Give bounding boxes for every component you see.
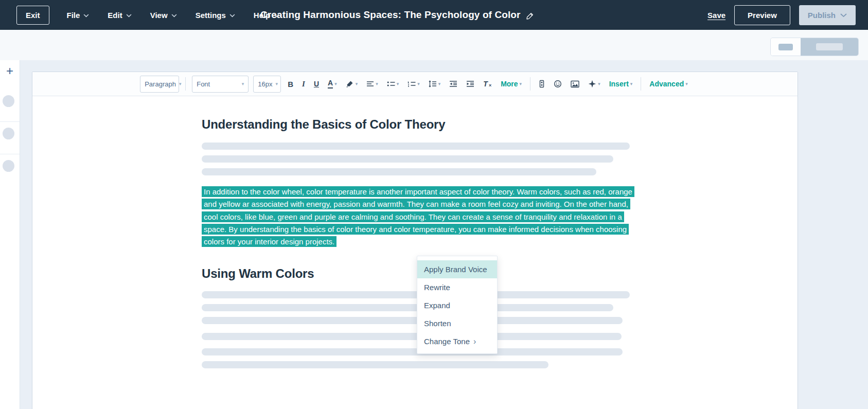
menu-item-expand[interactable]: Expand [417, 296, 497, 314]
navbar-actions: Save Preview Publish [707, 0, 856, 30]
caret-down-icon: ▾ [275, 81, 278, 86]
view-toggle-left-pill [778, 44, 793, 50]
paragraph-style-select[interactable]: Paragraph ▾ [140, 76, 179, 93]
exit-button[interactable]: Exit [16, 6, 49, 25]
module-thumbnail[interactable] [3, 128, 14, 139]
editor-canvas: Paragraph ▾ Font ▾ 16px ▾ B I U A ▾ ▾ [32, 72, 798, 409]
line-spacing-icon [429, 80, 437, 87]
menu-bar: File Edit View Settings Help [67, 11, 280, 20]
text-placeholder-bar [202, 143, 630, 150]
alignment-button[interactable]: ▾ [364, 79, 380, 89]
view-toggle-left-segment[interactable] [771, 38, 801, 56]
clear-formatting-x: × [489, 83, 491, 88]
chevron-down-icon [171, 14, 177, 17]
caret-down-icon: ▾ [520, 81, 522, 86]
clear-formatting-icon: T [483, 80, 488, 88]
emoji-button[interactable] [552, 78, 564, 90]
chevron-down-icon [840, 13, 847, 17]
ai-sparkle-icon [588, 80, 596, 88]
highlight-color-button[interactable]: ▾ [344, 78, 360, 90]
more-label: More [501, 80, 518, 88]
numbered-list-button[interactable]: ▾ [405, 79, 422, 89]
menu-file[interactable]: File [67, 11, 90, 20]
text-placeholder-bar [202, 333, 622, 340]
paragraph-style-value: Paragraph [145, 80, 176, 88]
text-placeholder-bar [202, 291, 630, 298]
caret-down-icon: ▾ [417, 81, 420, 86]
module-thumbnail[interactable] [3, 160, 14, 172]
text-placeholder-bar [202, 348, 623, 355]
align-left-icon [366, 80, 374, 87]
text-placeholder-bar [202, 155, 613, 163]
highlighted-paragraph[interactable]: In addition to the color wheel, color te… [202, 186, 636, 248]
menu-item-label: Apply Brand Voice [424, 265, 487, 274]
caret-down-icon: ▾ [376, 81, 378, 86]
view-toggle-right-pill [816, 43, 843, 50]
text-placeholder-bar [202, 304, 613, 311]
font-size-value: 16px [258, 80, 272, 88]
menu-item-apply-brand-voice[interactable]: Apply Brand Voice [417, 260, 497, 278]
workspace: + Paragraph ▾ Font ▾ 16px ▾ B I U [0, 60, 868, 409]
device-view-toggle [771, 38, 858, 56]
personalize-token-button[interactable] [537, 78, 547, 90]
menu-item-rewrite[interactable]: Rewrite [417, 278, 497, 296]
insert-image-button[interactable] [569, 79, 581, 90]
menu-item-shorten[interactable]: Shorten [417, 314, 497, 332]
image-icon [571, 80, 579, 88]
advanced-label: Advanced [649, 80, 684, 88]
outdent-button[interactable] [447, 79, 459, 89]
font-color-icon: A [328, 79, 333, 88]
font-family-select[interactable]: Font ▾ [192, 76, 249, 93]
font-color-button[interactable]: A ▾ [326, 78, 339, 90]
more-menu-button[interactable]: More ▾ [499, 78, 524, 90]
view-toggle-right-segment[interactable] [801, 38, 858, 56]
underline-button[interactable]: U [312, 78, 321, 90]
bold-icon: B [288, 80, 293, 88]
bullet-list-button[interactable]: ▾ [385, 79, 401, 89]
rich-text-toolbar: Paragraph ▾ Font ▾ 16px ▾ B I U A ▾ ▾ [32, 72, 798, 96]
module-thumbnail[interactable] [3, 95, 14, 107]
caret-down-icon: ▾ [438, 81, 441, 86]
outdent-icon [449, 80, 457, 87]
caret-down-icon: ▾ [630, 81, 633, 86]
add-module-button[interactable]: + [0, 65, 20, 77]
highlighted-text[interactable]: In addition to the color wheel, color te… [202, 186, 634, 247]
sidebar-divider [0, 154, 20, 154]
menu-item-change-tone[interactable]: Change Tone › [417, 332, 497, 350]
caret-down-icon: ▾ [685, 81, 688, 86]
section-heading-2[interactable]: Using Warm Colors [202, 266, 798, 280]
menu-view[interactable]: View [150, 11, 177, 20]
publish-button[interactable]: Publish [799, 5, 856, 25]
toolbar-divider [641, 77, 641, 91]
edit-title-pencil-icon[interactable] [526, 12, 534, 20]
menu-settings[interactable]: Settings [196, 11, 235, 20]
italic-button[interactable]: I [300, 78, 307, 90]
insert-menu-button[interactable]: Insert ▾ [607, 78, 635, 90]
menu-item-label: Shorten [424, 319, 451, 328]
document-title-group: Creating Harmonious Spaces: The Psycholo… [260, 0, 534, 30]
text-placeholder-bar [202, 361, 548, 368]
insert-label: Insert [609, 80, 629, 88]
menu-edit[interactable]: Edit [108, 11, 131, 20]
paragraph-skeleton-group-2 [202, 291, 798, 368]
document-body: Understanding the Basics of Color Theory… [32, 96, 798, 368]
bold-button[interactable]: B [286, 78, 295, 90]
font-size-select[interactable]: 16px ▾ [253, 76, 281, 93]
line-spacing-button[interactable]: ▾ [427, 79, 443, 89]
chevron-down-icon [229, 14, 235, 17]
save-button[interactable]: Save [707, 11, 725, 20]
numbered-list-icon [408, 80, 416, 87]
advanced-menu-button[interactable]: Advanced ▾ [647, 78, 689, 90]
caret-down-icon: ▾ [242, 81, 244, 86]
ai-assistant-button[interactable]: ▾ [586, 78, 603, 90]
sidebar-divider [0, 121, 20, 122]
page-title: Creating Harmonious Spaces: The Psycholo… [260, 9, 521, 21]
underline-icon: U [314, 80, 319, 88]
clear-formatting-button[interactable]: T× [481, 78, 494, 90]
menu-file-label: File [67, 11, 80, 20]
ai-context-menu: Apply Brand Voice Rewrite Expand Shorten… [417, 256, 498, 354]
section-heading-1[interactable]: Understanding the Basics of Color Theory [202, 117, 798, 131]
preview-button[interactable]: Preview [734, 5, 790, 25]
caret-down-icon: ▾ [334, 81, 337, 86]
indent-button[interactable] [464, 79, 476, 89]
